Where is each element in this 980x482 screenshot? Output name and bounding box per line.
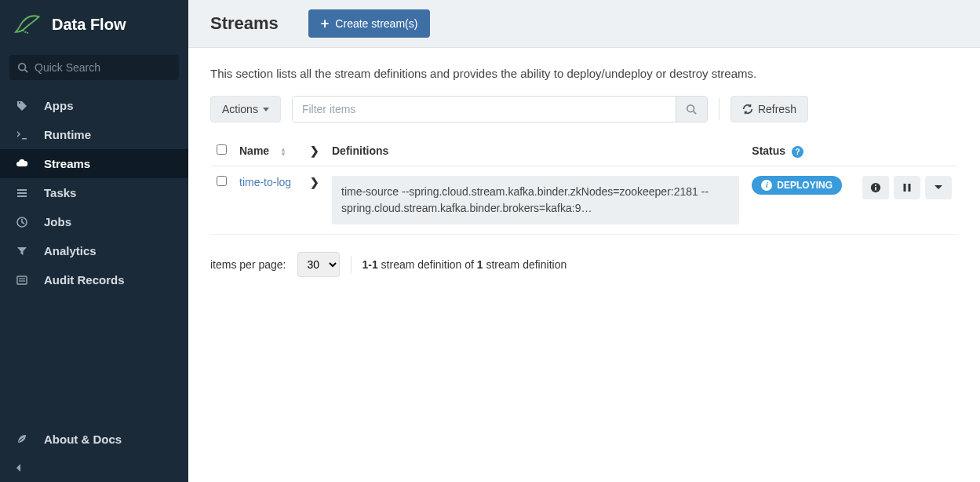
col-status-header: Status	[752, 144, 785, 157]
expand-all-toggle[interactable]: ❯	[310, 144, 319, 157]
filter-input[interactable]	[293, 97, 676, 122]
items-per-page-select[interactable]: 30	[297, 252, 340, 277]
pager-total: 1	[477, 258, 483, 271]
status-label: DEPLOYING	[777, 180, 832, 191]
sidebar-item-runtime[interactable]: Runtime	[0, 120, 188, 149]
sidebar-item-streams[interactable]: Streams	[0, 149, 188, 178]
pager-summary: 1-1 stream definition of 1 stream defini…	[362, 258, 567, 271]
sidebar-item-label: About & Docs	[44, 433, 122, 446]
svg-rect-6	[17, 192, 27, 194]
section-description: This section lists all the stream defini…	[210, 67, 958, 80]
stream-name-link[interactable]: time-to-log	[239, 176, 291, 188]
sidebar-footer: About & Docs	[0, 425, 188, 482]
content: This section lists all the stream defini…	[188, 48, 980, 296]
details-button[interactable]	[862, 176, 889, 199]
logo-icon	[14, 13, 42, 36]
sidebar-item-label: Jobs	[44, 215, 71, 228]
refresh-icon	[742, 104, 753, 115]
pager-label: items per page:	[210, 258, 286, 271]
refresh-label: Refresh	[758, 103, 796, 115]
search-icon	[686, 104, 697, 115]
page-title: Streams	[210, 13, 279, 34]
chevron-down-icon	[933, 182, 944, 193]
create-stream-button[interactable]: + Create stream(s)	[308, 9, 431, 38]
collapse-sidebar-button[interactable]	[0, 454, 188, 482]
svg-point-12	[687, 105, 694, 112]
search-icon	[17, 62, 28, 73]
undeploy-button[interactable]	[894, 176, 920, 199]
main: Streams + Create stream(s) This section …	[188, 0, 980, 482]
plus-icon: +	[321, 16, 330, 31]
filter-box	[292, 96, 708, 122]
definition-text: time-source --spring.cloud.stream.kafka.…	[332, 176, 739, 225]
clock-icon	[14, 216, 30, 228]
col-definitions-header: Definitions	[326, 137, 745, 166]
svg-point-1	[24, 31, 26, 33]
sidebar-item-label: Runtime	[44, 128, 91, 141]
toolbar: Actions Refresh	[210, 96, 958, 122]
info-icon: i	[761, 180, 772, 191]
svg-rect-18	[909, 184, 911, 192]
list-icon	[14, 187, 30, 199]
records-icon	[14, 274, 30, 287]
select-all-checkbox[interactable]	[217, 144, 227, 155]
filter-search-button[interactable]	[676, 97, 707, 122]
svg-point-16	[875, 184, 876, 186]
svg-line-4	[25, 70, 28, 73]
svg-rect-7	[17, 195, 27, 197]
info-icon	[870, 182, 881, 193]
sidebar-item-analytics[interactable]: Analytics	[0, 236, 188, 265]
cloud-icon	[14, 158, 30, 170]
brand-name: Data Flow	[52, 16, 126, 34]
sidebar-item-jobs[interactable]: Jobs	[0, 207, 188, 236]
pager-range: 1-1	[362, 258, 378, 271]
terminal-icon	[14, 129, 30, 141]
quick-search-input[interactable]	[35, 61, 171, 74]
streams-table: Name ▲▼ ❯ Definitions Status ?	[210, 137, 958, 235]
divider	[719, 98, 720, 120]
sidebar: Data Flow Apps Runtime Streams Tasks Job…	[0, 0, 188, 482]
row-checkbox[interactable]	[217, 176, 227, 186]
pause-icon	[902, 183, 912, 192]
sidebar-item-label: Tasks	[44, 186, 76, 199]
sort-icon[interactable]: ▲▼	[280, 148, 286, 157]
sidebar-item-label: Streams	[44, 157, 90, 170]
sidebar-item-label: Apps	[44, 99, 74, 112]
pager: items per page: 30 1-1 stream definition…	[210, 252, 958, 277]
actions-dropdown[interactable]: Actions	[210, 96, 281, 122]
main-nav: Apps Runtime Streams Tasks Jobs Analytic…	[0, 91, 188, 294]
caret-down-icon	[263, 108, 269, 111]
status-badge: i DEPLOYING	[752, 176, 842, 195]
actions-label: Actions	[222, 103, 258, 115]
svg-rect-17	[904, 184, 906, 192]
sidebar-item-label: Audit Records	[44, 273, 125, 287]
row-actions	[862, 176, 952, 199]
svg-point-3	[19, 64, 26, 71]
row-expand-toggle[interactable]: ❯	[310, 176, 319, 188]
divider	[351, 256, 352, 273]
sidebar-item-audit[interactable]: Audit Records	[0, 265, 188, 294]
sidebar-item-label: Analytics	[44, 244, 97, 257]
leaf-icon	[14, 433, 30, 446]
refresh-button[interactable]: Refresh	[730, 96, 808, 122]
sidebar-header: Data Flow	[0, 0, 188, 49]
chevron-left-icon	[14, 463, 24, 473]
table-row: time-to-log ❯ time-source --spring.cloud…	[210, 166, 958, 234]
col-name-header[interactable]: Name	[239, 144, 269, 157]
svg-rect-15	[875, 187, 876, 190]
svg-rect-9	[17, 276, 27, 284]
svg-point-2	[27, 32, 28, 34]
filter-icon	[14, 245, 30, 257]
tag-icon	[14, 100, 30, 112]
topbar: Streams + Create stream(s)	[188, 0, 980, 48]
quick-search[interactable]	[9, 55, 179, 80]
svg-line-13	[694, 111, 697, 115]
sidebar-item-about[interactable]: About & Docs	[0, 425, 188, 454]
svg-point-0	[23, 30, 24, 31]
more-actions-button[interactable]	[925, 176, 952, 199]
create-stream-label: Create stream(s)	[335, 17, 417, 30]
svg-rect-5	[17, 189, 27, 191]
sidebar-item-apps[interactable]: Apps	[0, 91, 188, 120]
status-help-icon[interactable]: ?	[792, 146, 803, 158]
sidebar-item-tasks[interactable]: Tasks	[0, 178, 188, 207]
